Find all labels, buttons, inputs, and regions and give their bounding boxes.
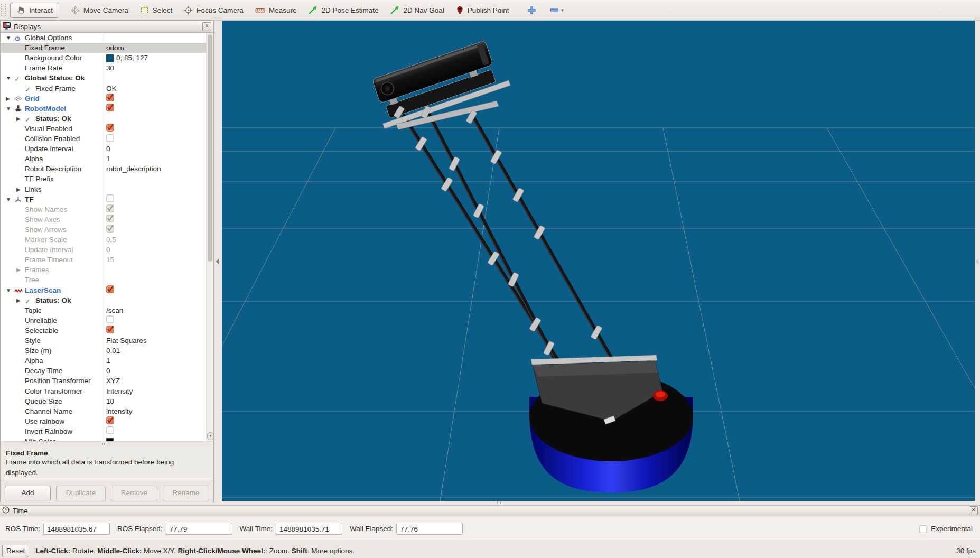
tree-row-frames[interactable]: ▶Frames [1,265,213,275]
expander-open-icon[interactable]: ▼ [6,33,11,43]
remove-tool-button[interactable]: ▼ [550,8,565,13]
tree-row-status-ok[interactable]: ▶✓Status: Ok [1,295,213,305]
displays-panel-titlebar[interactable]: Displays ✕ [1,21,213,33]
tree-row-show-arrows[interactable]: Show Arrows [1,225,213,235]
tree-row-color-transformer[interactable]: Color TransformerIntensity [1,386,213,396]
tree-row-robotmodel[interactable]: ▼RobotModel [1,104,213,114]
tree-row-invert-rainbow[interactable]: Invert Rainbow [1,426,213,436]
bottom-splitter-handle[interactable] [497,501,498,504]
property-value[interactable] [106,94,205,104]
tool-interact[interactable]: Interact [10,3,59,18]
add-button[interactable]: Add [5,486,51,501]
property-value[interactable]: OK [106,83,205,94]
property-value[interactable] [106,326,205,336]
tree-row-alpha[interactable]: Alpha1 [1,154,213,164]
tree-row-frame-rate[interactable]: Frame Rate30 [1,63,213,73]
property-value[interactable]: 1 [106,154,205,164]
time-field-input[interactable]: 77.79 [166,523,232,535]
tree-row-fixed-frame[interactable]: ✓Fixed FrameOK [1,83,213,94]
property-value[interactable]: 0 [106,366,205,376]
tool-measure[interactable]: Measure [255,6,297,14]
tree-row-tf[interactable]: ▼TF [1,194,213,204]
property-value[interactable]: 0 [106,245,205,255]
tree-row-links[interactable]: ▶Links [1,184,213,194]
property-value[interactable] [106,104,205,114]
property-value[interactable]: 0 [106,144,205,154]
tree-row-status-ok[interactable]: ▶✓Status: Ok [1,114,213,124]
help-splitter[interactable] [1,441,213,445]
property-value[interactable] [106,426,205,436]
tree-row-size-m-[interactable]: Size (m)0.01 [1,346,213,356]
tree-row-update-interval[interactable]: Update Interval0 [1,245,213,255]
property-value[interactable] [106,204,205,215]
expander-open-icon[interactable]: ▼ [6,104,11,114]
checkbox-unchecked[interactable] [106,133,114,145]
tree-row-robot-description[interactable]: Robot Descriptionrobot_description [1,164,213,174]
tree-row-position-transformer[interactable]: Position TransformerXYZ [1,376,213,386]
property-value[interactable]: robot_description [106,164,205,174]
tree-row-fixed-frame[interactable]: Fixed Frameodom [1,43,213,53]
tool-move-camera[interactable]: Move Camera [71,6,128,15]
property-value[interactable]: 30 [106,63,205,73]
tree-row-alpha[interactable]: Alpha1 [1,356,213,366]
tree-row-tree[interactable]: Tree [1,275,213,285]
expander-closed-icon[interactable]: ▶ [16,295,21,305]
tree-row-show-names[interactable]: Show Names [1,204,213,215]
experimental-checkbox[interactable] [919,525,927,533]
tree-row-tf-prefix[interactable]: TF Prefix [1,174,213,184]
tree-row-collision-enabled[interactable]: Collision Enabled [1,134,213,144]
tree-row-show-axes[interactable]: Show Axes [1,215,213,225]
toolbar-drag-handle[interactable] [1,4,6,16]
property-value[interactable] [106,436,205,441]
expander-open-icon[interactable]: ▼ [6,194,11,204]
tree-row-selectable[interactable]: Selectable [1,326,213,336]
property-value[interactable] [106,194,205,204]
tool-2d-nav-goal[interactable]: 2D Nav Goal [390,6,444,15]
time-close-icon[interactable]: ✕ [969,506,978,515]
property-value[interactable]: XYZ [106,376,205,386]
tree-row-laserscan[interactable]: ▼LaserScan [1,285,213,295]
time-field-input[interactable]: 1488981035.67 [43,523,110,535]
time-panel-titlebar[interactable]: Time ✕ [0,505,980,516]
scrollbar-down-arrow-icon[interactable]: ▼ [207,432,213,440]
property-value[interactable]: 0; 85; 127 [106,53,205,63]
panel-collapse-arrow-icon[interactable] [216,259,219,264]
property-value[interactable] [106,134,205,144]
property-value[interactable] [106,285,205,295]
tree-row-decay-time[interactable]: Decay Time0 [1,366,213,376]
tree-row-min-color[interactable]: Min Color [1,436,213,441]
tool-focus-camera[interactable]: Focus Camera [184,6,244,15]
displays-scrollbar[interactable]: ▼ [206,33,213,441]
property-value[interactable]: 1 [106,356,205,366]
remove-button[interactable]: Remove [111,486,157,501]
rename-button[interactable]: Rename [163,486,209,501]
property-value[interactable]: intensity [106,406,205,416]
tree-row-background-color[interactable]: Background Color0; 85; 127 [1,53,213,63]
tool-publish-point[interactable]: Publish Point [456,6,509,15]
property-value[interactable] [106,215,205,225]
reset-button[interactable]: Reset [2,545,29,557]
time-field-input[interactable]: 77.76 [396,523,463,535]
tree-row-marker-scale[interactable]: Marker Scale0.5 [1,235,213,245]
tree-row-global-options[interactable]: ▼⚙Global Options [1,33,213,43]
displays-close-icon[interactable]: ✕ [202,22,211,31]
property-value[interactable]: 15 [106,255,205,265]
property-value[interactable] [106,225,205,235]
tree-row-queue-size[interactable]: Queue Size10 [1,396,213,406]
3d-viewport[interactable] [222,21,975,501]
expander-closed-icon[interactable]: ▶ [6,94,10,104]
expander-closed-icon[interactable]: ▶ [16,265,21,275]
tree-row-topic[interactable]: Topic/scan [1,305,213,315]
tool-2d-pose-estimate[interactable]: 2D Pose Estimate [308,6,378,15]
property-value[interactable]: Intensity [106,386,205,396]
tree-row-update-interval[interactable]: Update Interval0 [1,144,213,154]
property-value[interactable] [106,315,205,326]
right-collapse-arrow-icon[interactable] [975,259,978,264]
property-value[interactable]: odom [106,43,205,53]
property-value[interactable]: 0.5 [106,235,205,245]
property-value[interactable]: /scan [106,305,205,315]
experimental-option[interactable]: Experimental [919,524,973,533]
checkbox-checked[interactable] [106,284,114,296]
expander-open-icon[interactable]: ▼ [6,285,11,295]
tree-row-unreliable[interactable]: Unreliable [1,315,213,326]
